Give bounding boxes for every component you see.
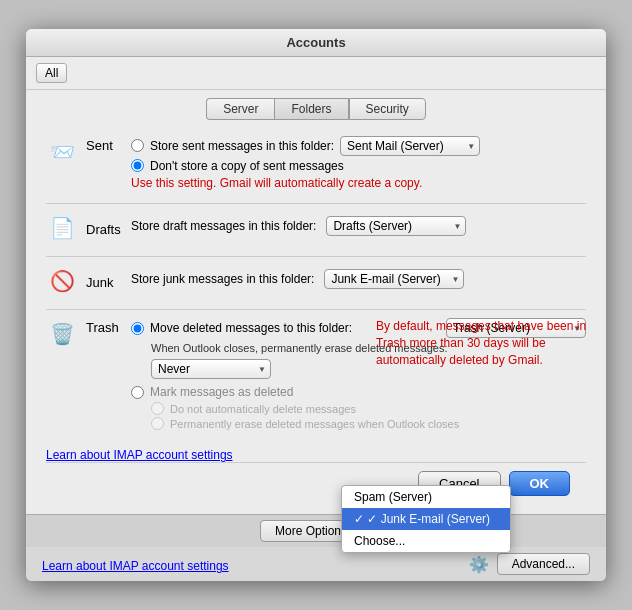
advanced-button[interactable]: Advanced... bbox=[497, 553, 590, 575]
no-delete-label: Do not automatically delete messages bbox=[170, 403, 356, 415]
junk-body: Store junk messages in this folder: Junk… bbox=[131, 269, 586, 293]
sent-section: 📨 Sent Store sent messages in this folde… bbox=[46, 136, 586, 192]
drafts-select-wrapper: Drafts (Server) bbox=[326, 216, 466, 236]
footer-learn-link[interactable]: Learn about IMAP account settings bbox=[42, 559, 229, 573]
sub-option-2: Permanently erase deleted messages when … bbox=[151, 417, 586, 430]
trash-note: By default, messages that have been in T… bbox=[376, 318, 596, 368]
accounts-window: Accounts All Server Folders Security 📨 S… bbox=[26, 29, 606, 582]
tab-server[interactable]: Server bbox=[206, 98, 274, 120]
drafts-folder-select[interactable]: Drafts (Server) bbox=[326, 216, 466, 236]
trash-body: Move deleted messages to this folder: Tr… bbox=[131, 318, 586, 432]
no-delete-radio bbox=[151, 402, 164, 415]
dropdown-junk-email[interactable]: ✓ Junk E-mail (Server) bbox=[342, 508, 510, 530]
drafts-section: 📄 Drafts Store draft messages in this fo… bbox=[46, 212, 586, 244]
perm-erase-radio bbox=[151, 417, 164, 430]
never-select-wrapper: Never bbox=[151, 359, 271, 379]
trash-icon: 🗑️ bbox=[46, 318, 78, 350]
learn-link[interactable]: Learn about IMAP account settings bbox=[46, 448, 233, 462]
toolbar: All bbox=[26, 57, 606, 90]
tab-folders[interactable]: Folders bbox=[274, 98, 348, 120]
tabs-container: Server Folders Security bbox=[26, 90, 606, 126]
mark-deleted-row: Mark messages as deleted bbox=[131, 385, 586, 399]
mark-deleted-msg-radio[interactable] bbox=[131, 386, 144, 399]
drafts-row: Store draft messages in this folder: Dra… bbox=[131, 216, 586, 236]
sent-option1-row: Store sent messages in this folder: Sent… bbox=[131, 136, 586, 156]
mark-deleted-msg-label: Mark messages as deleted bbox=[150, 385, 293, 399]
junk-folder-label: Store junk messages in this folder: bbox=[131, 272, 314, 286]
drafts-icon: 📄 bbox=[46, 212, 78, 244]
footer-more-options: More Options... bbox=[26, 514, 606, 547]
junk-folder-select[interactable]: Junk E-mail (Server) bbox=[324, 269, 464, 289]
sent-icon: 📨 bbox=[46, 136, 78, 168]
divider-3 bbox=[46, 309, 586, 310]
perm-erase-label: Permanently erase deleted messages when … bbox=[170, 418, 459, 430]
junk-select-wrapper: Junk E-mail (Server) bbox=[324, 269, 464, 289]
junk-icon: 🚫 bbox=[46, 265, 78, 297]
move-deleted-label: Move deleted messages to this folder: bbox=[150, 321, 352, 335]
ok-button[interactable]: OK bbox=[509, 471, 571, 496]
dropdown-spam[interactable]: Spam (Server) bbox=[342, 486, 510, 508]
window-title: Accounts bbox=[286, 35, 345, 50]
tab-security[interactable]: Security bbox=[349, 98, 426, 120]
store-sent-radio[interactable] bbox=[131, 139, 144, 152]
sent-select-wrapper: Sent Mail (Server) bbox=[340, 136, 480, 156]
all-button[interactable]: All bbox=[36, 63, 67, 83]
dont-store-radio[interactable] bbox=[131, 159, 144, 172]
junk-dropdown-popup: Spam (Server) ✓ Junk E-mail (Server) Cho… bbox=[341, 485, 511, 553]
title-bar: Accounts bbox=[26, 29, 606, 57]
dropdown-choose[interactable]: Choose... bbox=[342, 530, 510, 552]
gear-icon[interactable]: ⚙️ bbox=[469, 555, 489, 574]
main-content: 📨 Sent Store sent messages in this folde… bbox=[26, 126, 606, 515]
sub-options: Do not automatically delete messages Per… bbox=[151, 402, 586, 432]
sent-folder-select[interactable]: Sent Mail (Server) bbox=[340, 136, 480, 156]
sub-option-1: Do not automatically delete messages bbox=[151, 402, 586, 415]
sent-hint: Use this setting. Gmail will automatical… bbox=[131, 176, 586, 192]
junk-row: Store junk messages in this folder: Junk… bbox=[131, 269, 586, 289]
drafts-body: Store draft messages in this folder: Dra… bbox=[131, 216, 586, 240]
trash-main-row: Move deleted messages to this folder: Tr… bbox=[131, 318, 586, 379]
trash-section: 🗑️ Trash Move deleted messages to this f… bbox=[46, 318, 586, 432]
drafts-folder-label: Store draft messages in this folder: bbox=[131, 219, 316, 233]
drafts-label: Drafts bbox=[86, 220, 131, 237]
footer-bottom: Learn about IMAP account settings ⚙️ Adv… bbox=[26, 547, 606, 581]
trash-label: Trash bbox=[86, 318, 131, 335]
move-deleted-radio[interactable] bbox=[131, 322, 144, 335]
divider-2 bbox=[46, 256, 586, 257]
never-select[interactable]: Never bbox=[151, 359, 271, 379]
dont-store-label: Don't store a copy of sent messages bbox=[150, 159, 344, 173]
divider-1 bbox=[46, 203, 586, 204]
sent-body: Store sent messages in this folder: Sent… bbox=[131, 136, 586, 192]
sent-option2-row: Don't store a copy of sent messages bbox=[131, 159, 586, 173]
junk-label: Junk bbox=[86, 273, 131, 290]
sent-label: Sent bbox=[86, 136, 131, 153]
store-sent-label: Store sent messages in this folder: bbox=[150, 139, 334, 153]
junk-section: 🚫 Junk Store junk messages in this folde… bbox=[46, 265, 586, 297]
